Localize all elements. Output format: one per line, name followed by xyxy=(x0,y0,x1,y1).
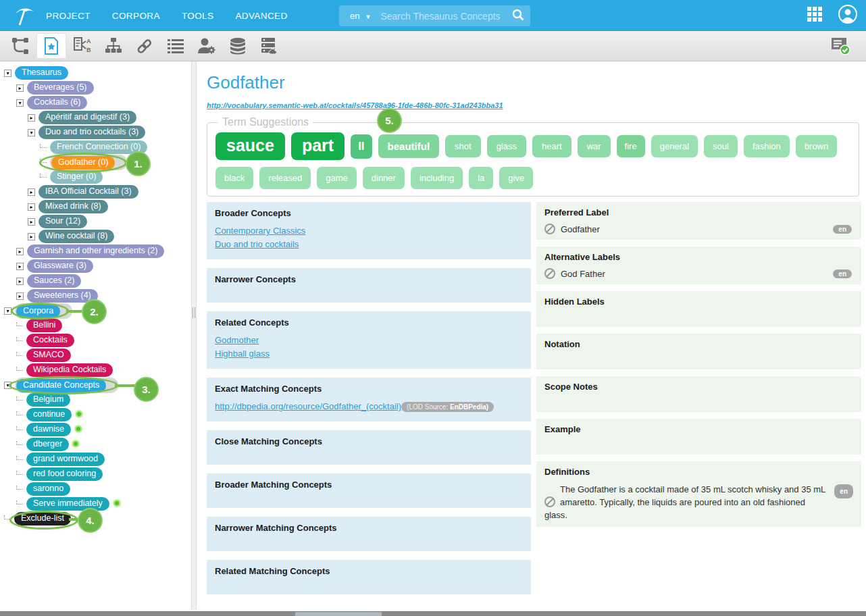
term-tag-game[interactable]: game xyxy=(317,167,357,189)
term-tag-heart[interactable]: heart xyxy=(532,135,571,157)
tree-node-sweeteners-4[interactable]: Sweeteners (4) xyxy=(27,289,98,303)
tree-node-belgium[interactable]: Belgium xyxy=(26,393,70,407)
app-logo-umbrella-icon[interactable] xyxy=(8,2,39,29)
tree-node-glassware-3[interactable]: Glassware (3) xyxy=(27,259,93,273)
menu-project[interactable]: PROJECT xyxy=(46,11,91,21)
tree-node-continue[interactable]: continue xyxy=(26,408,72,421)
expand-toggle-icon[interactable]: ▸ xyxy=(16,278,24,285)
term-tag-released[interactable]: released xyxy=(259,167,311,189)
term-tag-beautiful[interactable]: beautiful xyxy=(378,134,440,158)
search-icon[interactable] xyxy=(511,8,525,24)
tree-row: dawnise xyxy=(0,422,191,437)
collapse-toggle-icon[interactable]: ▾ xyxy=(28,129,35,136)
tree-node-candidate-concepts[interactable]: Candidate Concepts xyxy=(16,379,106,392)
tree-node-french-connection-0[interactable]: French Connection (0) xyxy=(50,140,147,154)
tree-node-saronno[interactable]: saronno xyxy=(26,482,70,496)
tree-node-smaco[interactable]: SMACO xyxy=(26,349,71,362)
expand-toggle-icon[interactable]: ▸ xyxy=(28,114,35,122)
expand-toggle-icon[interactable]: ▸ xyxy=(28,188,35,196)
tree-node-cocktails[interactable]: Cocktails xyxy=(26,334,74,347)
expand-toggle-icon[interactable]: ▸ xyxy=(28,233,35,240)
splitter-grip[interactable] xyxy=(193,307,195,318)
tree-node-dberger[interactable]: dberger xyxy=(26,438,69,451)
server-cloud-icon[interactable] xyxy=(254,33,284,59)
horizontal-scrollbar-thumb[interactable] xyxy=(295,612,382,616)
expand-toggle-icon[interactable]: ▸ xyxy=(28,203,35,211)
term-tag-brown[interactable]: brown xyxy=(796,135,837,157)
term-tag-including[interactable]: including xyxy=(411,167,463,189)
tree-node-godfather-0[interactable]: Godfather (0) xyxy=(51,156,115,170)
apps-grid-icon[interactable] xyxy=(807,6,823,25)
tree-node-stinger-0[interactable]: Stinger (0) xyxy=(50,170,103,184)
database-icon[interactable] xyxy=(223,33,253,59)
term-tag-black[interactable]: black xyxy=(215,167,253,189)
link-icon[interactable] xyxy=(130,33,159,59)
term-tag-la[interactable]: la xyxy=(469,167,493,189)
collapse-toggle-icon[interactable]: ▾ xyxy=(4,382,11,389)
term-tag-soul[interactable]: soul xyxy=(704,135,738,157)
tree-node-exclude-list[interactable]: Exclude-list xyxy=(14,512,71,525)
term-tag-dinner[interactable]: dinner xyxy=(363,167,405,189)
term-tag-fashion[interactable]: fashion xyxy=(744,135,790,157)
collapse-toggle-icon[interactable]: ▾ xyxy=(4,70,11,77)
tree-node-duo-and-trio-cocktails-3[interactable]: Duo and trio cocktails (3) xyxy=(39,126,145,139)
tree-node-grand-wormwood[interactable]: grand wormwood xyxy=(26,453,105,466)
concept-star-icon[interactable] xyxy=(36,33,66,59)
chevron-down-icon[interactable]: ▼ xyxy=(365,14,371,20)
expand-toggle-icon[interactable]: ▸ xyxy=(16,84,24,92)
expand-toggle-icon[interactable]: ▸ xyxy=(16,292,24,300)
tree-node-garnish-and-other-ingredients-2[interactable]: Garnish and other ingredients (2) xyxy=(27,245,164,258)
concept-link-godmother[interactable]: Godmother xyxy=(215,334,523,347)
tree-node-wikipedia-cocktails[interactable]: Wikipedia Cocktails xyxy=(26,363,113,377)
tree-node-beverages-5[interactable]: Beverages (5) xyxy=(27,81,94,95)
collapse-toggle-icon[interactable]: ▾ xyxy=(4,307,11,315)
panel-splitter[interactable] xyxy=(191,61,197,610)
translate-ab-icon[interactable]: AB xyxy=(68,33,97,59)
term-tag-war[interactable]: war xyxy=(578,135,611,157)
user-gear-icon[interactable] xyxy=(192,33,222,59)
search-input[interactable] xyxy=(380,11,511,22)
expand-toggle-icon[interactable]: ▸ xyxy=(28,218,35,226)
search-language-selector[interactable]: en xyxy=(350,11,359,21)
concept-link-duo-and-trio-cocktails[interactable]: Duo and trio cocktails xyxy=(215,238,523,251)
tree-row: ▸Sweeteners (4) xyxy=(0,288,191,303)
tree-node-iba-official-cocktail-3[interactable]: IBA Official Cocktail (3) xyxy=(39,185,138,199)
concept-link-http-dbpedia-org-resource-godfather-cocktail[interactable]: http://dbpedia.org/resource/Godfather_(c… xyxy=(215,400,401,413)
term-tag-glass[interactable]: glass xyxy=(487,135,526,157)
expand-toggle-icon[interactable]: ▸ xyxy=(16,248,24,255)
collapse-toggle-icon[interactable]: ▾ xyxy=(16,99,24,107)
concept-link-highball-glass[interactable]: Highball glass xyxy=(215,347,523,361)
list-icon[interactable] xyxy=(161,33,190,59)
term-tag-sauce[interactable]: sauce xyxy=(215,132,285,160)
tree-node-ap-ritif-and-digestif-3[interactable]: Apéritif and digestif (3) xyxy=(39,111,136,124)
tree-node-red-food-coloring[interactable]: red food coloring xyxy=(26,467,103,481)
tree-node-wine-cocktail-8[interactable]: Wine cocktail (8) xyxy=(39,230,114,243)
term-tag-general[interactable]: general xyxy=(651,135,698,157)
concept-uri-link[interactable]: http://vocabulary.semantic-web.at/cockta… xyxy=(207,101,503,109)
term-tag-ll[interactable]: ll xyxy=(351,134,372,159)
term-tag-part[interactable]: part xyxy=(291,132,345,160)
tree-row: French Connection (0) xyxy=(0,140,191,155)
tree-node-sour-12[interactable]: Sour (12) xyxy=(39,215,87,228)
horizontal-scrollbar[interactable] xyxy=(0,611,866,616)
expand-toggle-icon[interactable]: ▸ xyxy=(16,263,24,270)
term-tag-fire[interactable]: fire xyxy=(617,135,645,157)
menu-advanced[interactable]: ADVANCED xyxy=(235,11,287,21)
tree-node-serve-immediately[interactable]: Serve immediately xyxy=(26,497,109,511)
menu-tools[interactable]: TOOLS xyxy=(182,11,214,21)
branch-icon[interactable] xyxy=(5,33,35,59)
tree-node-dawnise[interactable]: dawnise xyxy=(26,423,71,436)
tree-node-corpora[interactable]: Corpora xyxy=(16,305,60,318)
term-tag-give[interactable]: give xyxy=(499,167,533,189)
tree-node-cocktails-6[interactable]: Cocktails (6) xyxy=(27,96,87,109)
tree-node-bellini[interactable]: Bellini xyxy=(26,319,62,332)
term-tag-shot[interactable]: shot xyxy=(445,135,481,157)
tree-node-thesaurus[interactable]: Thesaurus xyxy=(15,66,68,80)
sitemap-icon[interactable] xyxy=(99,33,128,59)
validation-icon[interactable] xyxy=(825,33,855,59)
tree-node-mixed-drink-8[interactable]: Mixed drink (8) xyxy=(39,200,108,213)
tree-node-sauces-2[interactable]: Sauces (2) xyxy=(27,274,81,288)
user-avatar-icon[interactable] xyxy=(838,4,858,27)
concept-link-contemporary-classics[interactable]: Contemporary Classics xyxy=(215,224,523,238)
menu-corpora[interactable]: CORPORA xyxy=(112,11,160,21)
